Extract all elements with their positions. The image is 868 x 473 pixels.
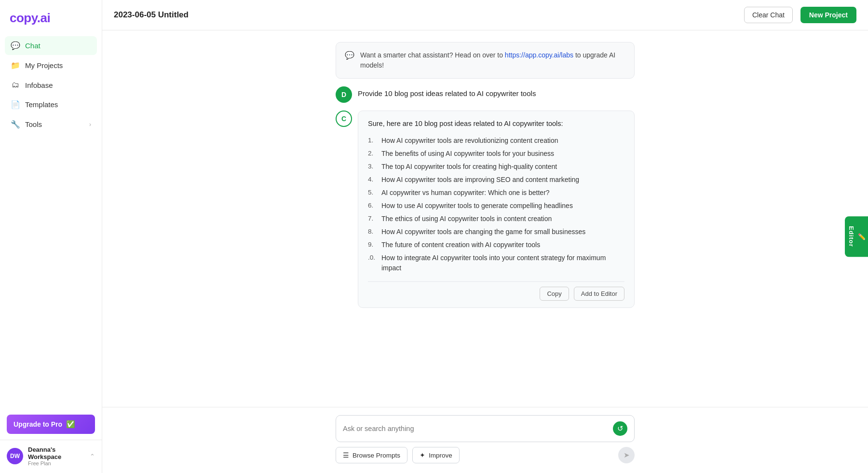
- list-text: The top AI copywriter tools for creating…: [381, 162, 557, 172]
- sidebar-item-chat[interactable]: 💬 Chat: [5, 36, 97, 55]
- editor-panel[interactable]: ✏️ Editor: [845, 216, 868, 257]
- refresh-icon[interactable]: ↺: [613, 421, 627, 436]
- workspace-info: Deanna's Workspace Free Plan: [28, 446, 85, 466]
- sidebar-item-my-projects-label: My Projects: [25, 61, 63, 70]
- info-icon: 💬: [345, 51, 354, 60]
- main-panel: 2023-06-05 Untitled Clear Chat New Proje…: [102, 0, 868, 473]
- info-banner-link[interactable]: https://app.copy.ai/labs: [505, 51, 573, 59]
- list-number: 1.: [368, 136, 379, 146]
- sidebar-item-infobase-label: Infobase: [25, 81, 53, 89]
- list-text: How to integrate AI copywriter tools int…: [381, 253, 624, 273]
- list-text: How to use AI copywriter tools to genera…: [381, 201, 573, 211]
- workspace-chevron-icon: ⌃: [90, 453, 95, 460]
- list-number: 4.: [368, 175, 379, 185]
- sidebar-item-my-projects[interactable]: 📁 My Projects: [5, 56, 97, 75]
- upgrade-to-pro-button[interactable]: Upgrade to Pro ✅: [7, 415, 95, 434]
- list-text: The future of content creation with AI c…: [381, 240, 540, 250]
- chat-content-wrap: 💬 Want a smarter chat assistant? Head on…: [336, 42, 635, 308]
- ai-list-item: 2.The benefits of using AI copywriter to…: [368, 147, 624, 160]
- chat-input[interactable]: [343, 425, 608, 432]
- new-project-button[interactable]: New Project: [800, 7, 856, 23]
- ai-avatar: C: [336, 111, 352, 127]
- list-number: 3.: [368, 162, 379, 172]
- ai-response-card: Sure, here are 10 blog post ideas relate…: [358, 111, 635, 308]
- improve-button[interactable]: ✦ Improve: [412, 447, 460, 463]
- ai-list-item: 5.AI copywriter vs human copywriter: Whi…: [368, 186, 624, 199]
- logo-area: copy.ai: [0, 0, 102, 34]
- sidebar-item-templates[interactable]: 📄 Templates: [5, 95, 97, 114]
- list-text: The ethics of using AI copywriter tools …: [381, 214, 552, 224]
- sidebar: copy.ai 💬 Chat 📁 My Projects 🗂 Infobase …: [0, 0, 102, 473]
- tools-icon: 🔧: [11, 120, 20, 129]
- check-icon: ✅: [66, 420, 75, 429]
- input-bottom-row: ☰ Browse Prompts ✦ Improve ➤: [336, 447, 635, 463]
- chevron-right-icon: ›: [89, 121, 91, 128]
- list-number: 2.: [368, 149, 379, 159]
- list-number: 5.: [368, 188, 379, 198]
- list-text: How AI copywriter tools are improving SE…: [381, 175, 579, 185]
- user-avatar: D: [336, 86, 352, 103]
- ai-response-row: C Sure, here are 10 blog post ideas rela…: [336, 111, 635, 308]
- nav-items: 💬 Chat 📁 My Projects 🗂 Infobase 📄 Templa…: [0, 34, 102, 409]
- chat-area: 💬 Want a smarter chat assistant? Head on…: [102, 30, 868, 407]
- list-number: 9.: [368, 240, 379, 250]
- list-number: 8.: [368, 227, 379, 237]
- input-wrap: ↺: [336, 415, 635, 442]
- browse-prompts-button[interactable]: ☰ Browse Prompts: [336, 447, 407, 463]
- infobase-icon: 🗂: [11, 81, 20, 89]
- templates-icon: 📄: [11, 100, 20, 109]
- ai-list-item: .0.How to integrate AI copywriter tools …: [368, 251, 624, 275]
- editor-panel-icon: ✏️: [858, 233, 865, 240]
- ai-actions: Copy Add to Editor: [368, 281, 624, 301]
- sidebar-item-infobase[interactable]: 🗂 Infobase: [5, 76, 97, 94]
- clear-chat-button[interactable]: Clear Chat: [744, 7, 793, 23]
- ai-list: 1.How AI copywriter tools are revolution…: [368, 134, 624, 275]
- ai-list-item: 8.How AI copywriter tools are changing t…: [368, 225, 624, 238]
- list-text: AI copywriter vs human copywriter: Which…: [381, 188, 550, 198]
- list-text: How AI copywriter tools are revolutioniz…: [381, 136, 558, 146]
- sidebar-item-tools[interactable]: 🔧 Tools ›: [5, 115, 97, 134]
- send-icon: ➤: [624, 451, 630, 459]
- copy-button[interactable]: Copy: [540, 287, 569, 301]
- avatar: DW: [7, 448, 23, 464]
- sidebar-item-chat-label: Chat: [25, 42, 41, 50]
- list-text: The benefits of using AI copywriter tool…: [381, 149, 554, 159]
- list-number: 6.: [368, 201, 379, 211]
- list-number: .0.: [368, 253, 379, 273]
- browse-prompts-label: Browse Prompts: [353, 452, 400, 459]
- send-button[interactable]: ➤: [618, 447, 635, 463]
- upgrade-label: Upgrade to Pro: [14, 420, 62, 428]
- user-message-row: D Provide 10 blog post ideas related to …: [336, 86, 635, 103]
- ai-list-item: 4.How AI copywriter tools are improving …: [368, 173, 624, 186]
- ai-intro: Sure, here are 10 blog post ideas relate…: [368, 120, 624, 127]
- topbar: 2023-06-05 Untitled Clear Chat New Proje…: [102, 0, 868, 30]
- logo: copy.ai: [10, 11, 50, 25]
- project-title: 2023-06-05 Untitled: [114, 10, 736, 20]
- workspace-name: Deanna's Workspace: [28, 446, 85, 460]
- input-area: ↺ ☰ Browse Prompts ✦ Improve ➤: [102, 407, 868, 473]
- info-banner: 💬 Want a smarter chat assistant? Head on…: [336, 42, 635, 79]
- ai-list-item: 7.The ethics of using AI copywriter tool…: [368, 212, 624, 225]
- editor-panel-label: Editor: [848, 226, 855, 247]
- add-to-editor-button[interactable]: Add to Editor: [574, 287, 624, 301]
- ai-list-item: 9.The future of content creation with AI…: [368, 238, 624, 251]
- workspace-plan: Free Plan: [28, 460, 85, 466]
- list-text: How AI copywriter tools are changing the…: [381, 227, 585, 237]
- info-banner-text: Want a smarter chat assistant? Head on o…: [360, 50, 625, 70]
- sidebar-item-tools-label: Tools: [25, 120, 42, 128]
- folder-icon: 📁: [11, 61, 20, 70]
- user-message-text: Provide 10 blog post ideas related to AI…: [358, 86, 536, 97]
- sidebar-item-templates-label: Templates: [25, 100, 58, 109]
- chat-icon: 💬: [11, 41, 20, 50]
- ai-list-item: 6.How to use AI copywriter tools to gene…: [368, 199, 624, 212]
- browse-prompts-icon: ☰: [343, 451, 349, 459]
- list-number: 7.: [368, 214, 379, 224]
- ai-list-item: 3.The top AI copywriter tools for creati…: [368, 160, 624, 173]
- workspace-area[interactable]: DW Deanna's Workspace Free Plan ⌃: [0, 440, 102, 473]
- ai-list-item: 1.How AI copywriter tools are revolution…: [368, 134, 624, 147]
- improve-icon: ✦: [420, 451, 425, 459]
- improve-label: Improve: [429, 452, 452, 459]
